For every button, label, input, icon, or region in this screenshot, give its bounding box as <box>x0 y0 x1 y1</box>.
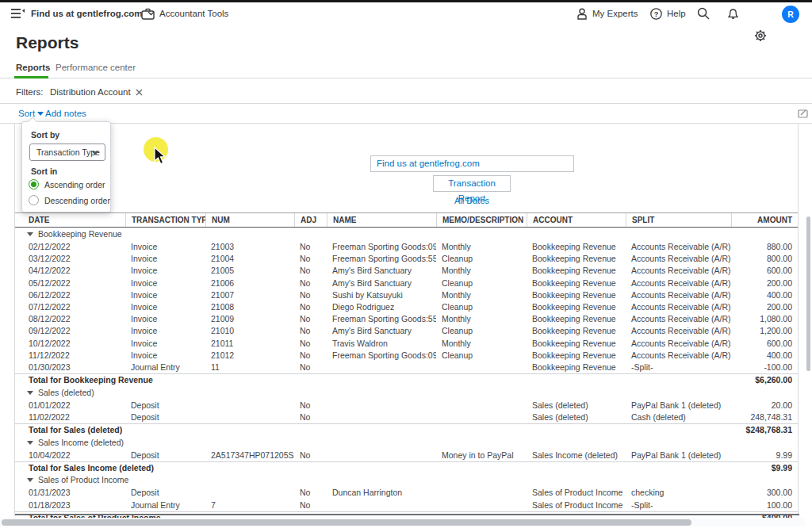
vertical-scrollbar[interactable] <box>806 216 810 371</box>
collapse-section-icon[interactable] <box>27 232 33 236</box>
table-row[interactable]: 01/30/2023Journal Entry11NoBookkeeping R… <box>15 362 798 373</box>
table-row[interactable]: 04/12/2022Invoice21005NoAmy's Bird Sanct… <box>15 265 798 277</box>
cell-date: 05/12/2022 <box>15 277 125 289</box>
cell-split: Accounts Receivable (A/R) <box>626 338 731 350</box>
accountant-tools-button[interactable]: Accountant Tools <box>141 2 228 25</box>
section-header-row[interactable]: Sales (deleted) <box>15 386 798 400</box>
cell-adj: No <box>294 241 327 253</box>
avatar[interactable]: R <box>782 6 799 23</box>
search-button[interactable] <box>697 2 710 25</box>
cell-memo: Cleanup <box>436 301 527 313</box>
cell-memo: Monthly <box>436 313 527 325</box>
table-row[interactable]: 05/12/2022Invoice21006NoAmy's Bird Sanct… <box>15 277 798 289</box>
cell-name <box>327 362 436 373</box>
add-notes-button[interactable]: Add notes <box>45 109 86 118</box>
cell-adj: No <box>294 450 327 461</box>
table-row[interactable]: 10/04/2022Deposit2A517347HP071205SNoMone… <box>15 450 798 461</box>
cell-split: -Split- <box>626 499 731 511</box>
cell-split: Accounts Receivable (A/R) <box>626 301 731 313</box>
settings-button[interactable] <box>754 25 767 47</box>
cell-split: Accounts Receivable (A/R) <box>626 241 731 253</box>
table-row[interactable]: 02/12/2022Invoice21003NoFreeman Sporting… <box>15 241 798 253</box>
table-row[interactable]: 10/12/2022Invoice21011NoTravis WaldronMo… <box>15 338 798 350</box>
export-icon[interactable] <box>798 109 808 118</box>
cell-name: Freeman Sporting Goods:55 Twi... <box>327 253 436 265</box>
company-name: Find us at gentlefrog.com <box>31 9 143 18</box>
section-total-row: Total for Sales Income (deleted)$9.99 <box>15 461 798 474</box>
radio-ascending-order[interactable]: Ascending order <box>29 179 105 189</box>
cell-account: Sales Income (deleted) <box>527 450 626 461</box>
cell-transaction-type: Journal Entry <box>125 499 205 511</box>
table-row[interactable]: 09/12/2022Invoice21010NoAmy's Bird Sanct… <box>15 325 798 337</box>
table-header-row: DATE TRANSACTION TYPE NUM ADJ NAME MEMO/… <box>15 212 798 228</box>
table-row[interactable]: 01/18/2023Journal Entry7NoSales of Produ… <box>15 499 798 511</box>
hamburger-menu-button[interactable] <box>11 2 25 25</box>
tab-performance-center[interactable]: Performance center <box>56 63 136 72</box>
section-header-row[interactable]: Sales Income (deleted) <box>15 436 798 450</box>
column-header-amount: AMOUNT <box>731 213 798 227</box>
cell-num: 21006 <box>205 277 294 289</box>
cell-transaction-type: Invoice <box>125 277 205 289</box>
report-company-field[interactable]: Find us at gentlefrog.com <box>370 155 574 172</box>
cell-name: Freeman Sporting Goods:0969 ... <box>327 241 436 253</box>
cell-num: 21009 <box>205 313 294 325</box>
cell-adj: No <box>294 499 327 511</box>
cell-date: 01/30/2023 <box>15 362 125 373</box>
section-header-row[interactable]: Sales of Product Income <box>15 473 798 487</box>
topbar: Find us at gentlefrog.com Accountant Too… <box>0 2 812 25</box>
close-icon[interactable] <box>136 89 143 96</box>
table-row[interactable]: 07/12/2022Invoice21008NoDiego RodriguezC… <box>15 301 798 313</box>
column-header-adj: ADJ <box>294 213 327 227</box>
cell-memo: Monthly <box>436 265 527 277</box>
sort-button[interactable]: Sort <box>18 109 44 118</box>
table-row[interactable]: 11/12/2022Invoice21012NoFreeman Sporting… <box>15 350 798 362</box>
tabs-bar: Reports Performance center <box>0 63 812 78</box>
mouse-cursor-icon <box>154 147 167 165</box>
collapse-section-icon[interactable] <box>27 441 33 445</box>
cell-num: 21011 <box>205 338 294 350</box>
cell-account: Bookkeeping Revenue <box>527 338 626 350</box>
cell-adj: No <box>294 338 327 350</box>
sort-by-value: Transaction Type <box>36 147 100 157</box>
cell-adj: No <box>294 362 327 373</box>
cell-transaction-type: Deposit <box>125 450 205 461</box>
table-row[interactable]: 03/12/2022Invoice21004NoFreeman Sporting… <box>15 253 798 265</box>
report-date-range-link[interactable]: All Dates <box>433 196 511 205</box>
company-selector[interactable]: Find us at gentlefrog.com <box>31 2 155 25</box>
cell-memo <box>436 487 527 499</box>
cell-memo: Cleanup <box>436 325 527 337</box>
cell-name: Diego Rodriguez <box>327 301 436 313</box>
cell-split: Accounts Receivable (A/R) <box>626 277 731 289</box>
section-total-label: Total for Sales Income (deleted) <box>15 462 731 475</box>
cell-split: Accounts Receivable (A/R) <box>626 265 731 277</box>
cell-name: Amy's Bird Sanctuary <box>327 277 436 289</box>
collapse-section-icon[interactable] <box>27 391 33 395</box>
my-experts-button[interactable]: My Experts <box>576 2 638 25</box>
radio-icon <box>29 195 39 205</box>
tab-reports[interactable]: Reports <box>16 63 50 72</box>
table-row[interactable]: 06/12/2022Invoice21007NoSushi by Katsuyu… <box>15 289 798 301</box>
sort-by-select[interactable]: Transaction Type <box>29 144 105 161</box>
cell-num: 2A517347HP071205S <box>205 450 294 461</box>
collapse-section-icon[interactable] <box>27 478 33 482</box>
report-title-field[interactable]: Transaction Report <box>433 175 511 192</box>
cell-account: Bookkeeping Revenue <box>527 265 626 277</box>
column-header-transaction-type: TRANSACTION TYPE <box>125 213 205 227</box>
cell-num: 21010 <box>205 325 294 337</box>
cell-transaction-type: Invoice <box>125 313 205 325</box>
cell-name <box>327 499 436 511</box>
horizontal-scrollbar[interactable] <box>2 519 691 526</box>
cell-date: 10/12/2022 <box>15 338 125 350</box>
section-name: Sales Income (deleted) <box>38 436 124 450</box>
radio-descending-order[interactable]: Descending order <box>29 195 110 205</box>
table-row[interactable]: 01/01/2022DepositNoSales (deleted)PayPal… <box>15 400 798 411</box>
cell-account: Bookkeeping Revenue <box>527 325 626 337</box>
cell-date: 04/12/2022 <box>15 265 125 277</box>
column-header-account: ACCOUNT <box>527 213 626 227</box>
help-button[interactable]: ? Help <box>650 2 686 25</box>
cell-date: 01/01/2022 <box>15 400 125 411</box>
table-row[interactable]: 11/02/2022DepositNoSales (deleted)Cash (… <box>15 411 798 423</box>
table-row[interactable]: 08/12/2022Invoice21009NoFreeman Sporting… <box>15 313 798 325</box>
section-header-row[interactable]: Bookkeeping Revenue <box>15 228 798 241</box>
table-row[interactable]: 01/31/2023DepositNoDuncan HarringtonSale… <box>15 487 798 499</box>
